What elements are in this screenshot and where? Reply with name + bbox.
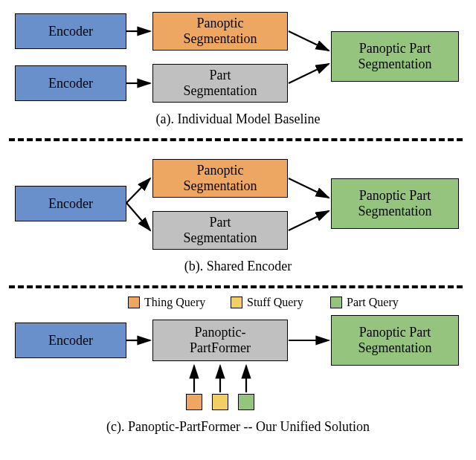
output-label: Panoptic Part Segmentation	[333, 325, 457, 355]
stuff-query-icon	[212, 394, 228, 410]
panoptic-seg-box-a: Panoptic Segmentation	[152, 12, 288, 51]
svg-line-2	[289, 31, 329, 51]
svg-line-5	[126, 203, 150, 230]
output-box-c: Panoptic Part Segmentation	[331, 315, 459, 366]
thing-swatch-icon	[128, 297, 140, 308]
caption-a: (a). Individual Model Baseline	[0, 111, 476, 127]
legend-thing: Thing Query	[128, 296, 205, 309]
output-box-a: Panoptic Part Segmentation	[331, 31, 459, 82]
legend-stuff-label: Stuff Query	[247, 296, 303, 309]
svg-line-7	[289, 211, 329, 230]
encoder-box-a2: Encoder	[15, 65, 126, 101]
output-box-b: Panoptic Part Segmentation	[331, 178, 459, 229]
legend-part: Part Query	[330, 296, 399, 309]
panoptic-partformer-box: Panoptic- PartFormer	[152, 320, 288, 361]
caption-c: (c). Panoptic-PartFormer -- Our Unified …	[0, 419, 476, 435]
svg-line-6	[289, 178, 329, 198]
part-seg-box-b: Part Segmentation	[152, 211, 288, 250]
part-seg-box-a: Part Segmentation	[152, 64, 288, 103]
part-swatch-icon	[330, 297, 342, 308]
encoder-label: Encoder	[48, 196, 93, 212]
caption-b: (b). Shared Encoder	[0, 259, 476, 274]
encoder-box-c: Encoder	[15, 323, 126, 358]
svg-line-3	[289, 64, 329, 83]
part-label: Part Segmentation	[184, 68, 257, 98]
output-label: Panoptic Part Segmentation	[333, 188, 457, 218]
stuff-swatch-icon	[231, 297, 242, 308]
part-label: Part Segmentation	[184, 215, 257, 245]
pp-label: Panoptic- PartFormer	[190, 325, 251, 355]
legend-part-label: Part Query	[347, 296, 399, 309]
svg-line-4	[126, 178, 150, 203]
panoptic-seg-box-b: Panoptic Segmentation	[152, 159, 288, 198]
legend-thing-label: Thing Query	[144, 296, 205, 309]
encoder-label: Encoder	[48, 76, 93, 91]
encoder-box-b: Encoder	[15, 186, 126, 221]
panoptic-label: Panoptic Segmentation	[184, 163, 257, 193]
encoder-label: Encoder	[48, 333, 93, 349]
divider-bc	[9, 285, 463, 288]
output-label: Panoptic Part Segmentation	[333, 41, 457, 71]
legend-stuff: Stuff Query	[231, 296, 303, 309]
thing-query-icon	[186, 394, 202, 410]
encoder-box-a1: Encoder	[15, 13, 126, 49]
encoder-label: Encoder	[48, 24, 93, 39]
divider-ab	[9, 138, 463, 141]
panoptic-label: Panoptic Segmentation	[184, 16, 257, 46]
part-query-icon	[238, 394, 254, 410]
